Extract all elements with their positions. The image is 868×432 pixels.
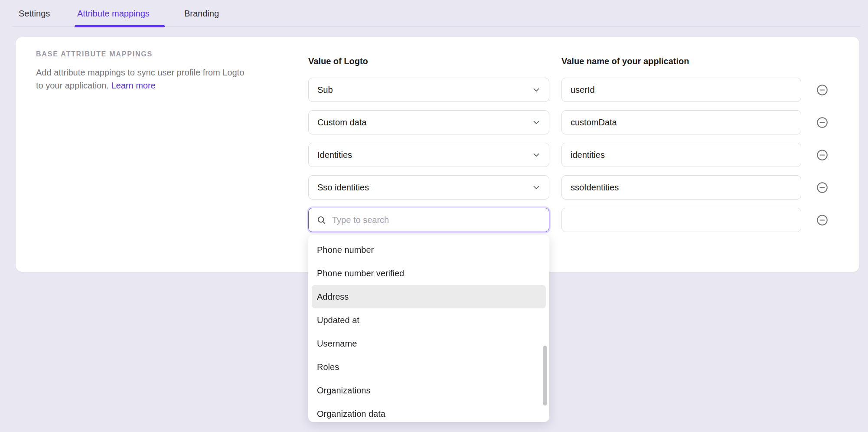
chevron-down-icon [532, 118, 541, 127]
app-value-input[interactable] [561, 78, 801, 102]
chevron-down-icon [532, 150, 541, 160]
selected-value-label: Custom data [317, 118, 366, 128]
search-icon [317, 215, 326, 225]
selected-value-label: Sub [317, 85, 333, 95]
remove-row-button[interactable] [816, 84, 828, 96]
logto-value-search-combobox[interactable] [308, 208, 549, 232]
app-value-input-empty[interactable] [561, 208, 801, 232]
selected-value-label: Sso identities [317, 183, 369, 193]
app-value-input[interactable] [561, 143, 801, 167]
dropdown-option-phone-number-verified[interactable]: Phone number verified [312, 262, 546, 285]
dropdown-option-roles[interactable]: Roles [312, 355, 546, 379]
logto-value-select[interactable]: Sso identities [308, 175, 549, 200]
chevron-down-icon [532, 85, 541, 95]
dropdown-option-updated-at[interactable]: Updated at [312, 308, 546, 332]
attribute-options-dropdown: Phone number Phone number verified Addre… [308, 235, 549, 422]
dropdown-option-username[interactable]: Username [312, 332, 546, 355]
remove-row-button[interactable] [816, 214, 828, 226]
logto-value-select[interactable]: Identities [308, 143, 549, 167]
app-value-input[interactable] [561, 110, 801, 134]
dropdown-option-phone-number[interactable]: Phone number [312, 238, 546, 262]
section-title: BASE ATTRIBUTE MAPPINGS [36, 50, 153, 58]
chevron-down-icon [532, 183, 541, 192]
search-input[interactable] [332, 215, 542, 225]
app-value-input[interactable] [561, 175, 801, 200]
remove-row-button[interactable] [816, 182, 828, 193]
dropdown-option-address[interactable]: Address [312, 285, 546, 308]
minus-circle-icon [816, 214, 828, 226]
column-header-value-of-logto: Value of Logto [308, 56, 368, 66]
column-header-value-name: Value name of your application [561, 56, 689, 66]
selected-value-label: Identities [317, 150, 352, 160]
tab-attribute-mappings[interactable]: Attribute mappings [77, 0, 150, 27]
remove-row-button[interactable] [816, 149, 828, 161]
tab-settings[interactable]: Settings [19, 0, 50, 27]
dropdown-option-organizations[interactable]: Organizations [312, 379, 546, 402]
minus-circle-icon [816, 149, 828, 161]
minus-circle-icon [816, 84, 828, 96]
active-tab-underline [75, 25, 165, 27]
dropdown-option-organization-data[interactable]: Organization data [312, 402, 546, 422]
remove-row-button[interactable] [816, 117, 828, 128]
tab-bar: Settings Attribute mappings Branding [0, 0, 868, 27]
learn-more-link[interactable]: Learn more [111, 81, 155, 90]
tab-branding[interactable]: Branding [184, 0, 219, 27]
section-description: Add attribute mappings to sync user prof… [36, 66, 248, 92]
logto-value-select[interactable]: Custom data [308, 110, 549, 134]
logto-value-select[interactable]: Sub [308, 78, 549, 102]
minus-circle-icon [816, 182, 828, 193]
minus-circle-icon [816, 117, 828, 128]
dropdown-scrollbar-thumb[interactable] [543, 346, 547, 406]
